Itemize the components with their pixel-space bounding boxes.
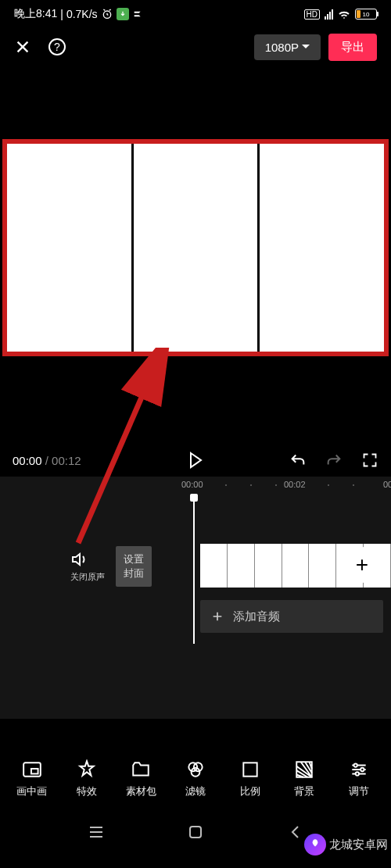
watermark-text: 龙城安卓网 bbox=[329, 838, 388, 852]
bottom-toolbar: 画中画 特效 素材包 滤镜 比例 背景 调节 bbox=[0, 752, 391, 806]
mute-button[interactable]: 关闭原声 bbox=[70, 551, 105, 583]
tool-filter[interactable]: 滤镜 bbox=[172, 759, 219, 798]
folder-icon bbox=[131, 759, 151, 780]
status-speed: 0.7K/s bbox=[66, 8, 98, 20]
battery-icon: 10 bbox=[355, 9, 377, 20]
status-time: 晚上8:41 bbox=[14, 7, 57, 21]
download-icon bbox=[117, 8, 129, 20]
dropdown-icon bbox=[302, 44, 310, 50]
tool-pip[interactable]: 画中画 bbox=[9, 759, 56, 798]
undo-button[interactable] bbox=[289, 452, 307, 469]
play-button[interactable] bbox=[188, 452, 203, 469]
redo-button[interactable] bbox=[325, 452, 343, 469]
playhead[interactable] bbox=[193, 495, 195, 644]
hd-icon: HD bbox=[304, 9, 320, 20]
ruler-tick-2: 00 bbox=[383, 480, 391, 489]
status-left: 晚上8:41 | 0.7K/s bbox=[14, 7, 145, 21]
svg-point-8 bbox=[354, 763, 357, 766]
help-button[interactable]: ? bbox=[48, 38, 66, 55]
preview-highlight-frame bbox=[2, 139, 389, 356]
watermark-logo-icon bbox=[304, 834, 326, 855]
header: ? 1080P 导出 bbox=[0, 28, 391, 66]
fullscreen-button[interactable] bbox=[361, 452, 378, 469]
nav-home[interactable] bbox=[186, 823, 205, 841]
mute-label: 关闭原声 bbox=[70, 571, 105, 583]
svg-point-9 bbox=[361, 768, 364, 771]
plus-icon bbox=[211, 610, 224, 623]
tool-effects[interactable]: 特效 bbox=[63, 759, 110, 798]
signal-icon bbox=[325, 9, 333, 20]
pip-icon bbox=[22, 759, 42, 780]
resolution-button[interactable]: 1080P bbox=[254, 34, 321, 60]
filter-icon bbox=[185, 759, 206, 780]
time-total: 00:12 bbox=[52, 454, 81, 467]
svg-point-4 bbox=[194, 763, 203, 771]
nav-back[interactable] bbox=[285, 823, 304, 841]
preview-area[interactable] bbox=[0, 139, 391, 356]
svg-rect-6 bbox=[243, 763, 256, 776]
tool-pack[interactable]: 素材包 bbox=[117, 759, 164, 798]
set-cover-button[interactable]: 设置 封面 bbox=[116, 546, 152, 587]
ruler-tick-0: 00:00 bbox=[181, 480, 203, 489]
status-bar: 晚上8:41 | 0.7K/s HD 10 bbox=[0, 0, 391, 28]
star-icon bbox=[77, 759, 97, 780]
alarm-icon bbox=[101, 8, 113, 20]
time-display: 00:00 / 00:12 bbox=[13, 454, 81, 467]
export-button[interactable]: 导出 bbox=[328, 34, 377, 61]
timeline[interactable]: 00:00 00:02 00 关闭原声 设置 封面 + 添加音频 bbox=[0, 477, 391, 719]
svg-rect-2 bbox=[31, 769, 38, 774]
watermark: 龙城安卓网 bbox=[304, 834, 388, 855]
adjust-icon bbox=[349, 759, 369, 780]
svg-point-5 bbox=[192, 768, 200, 777]
playback-controls: 00:00 / 00:12 bbox=[0, 441, 391, 480]
speaker-icon bbox=[70, 551, 105, 568]
add-audio-button[interactable]: 添加音频 bbox=[200, 600, 383, 633]
time-separator: / bbox=[45, 454, 52, 467]
ratio-icon bbox=[240, 759, 260, 780]
wifi-icon bbox=[338, 8, 350, 20]
status-right: HD 10 bbox=[304, 8, 377, 20]
svg-point-10 bbox=[356, 772, 359, 775]
status-sep: | bbox=[60, 8, 63, 20]
tool-bg[interactable]: 背景 bbox=[281, 759, 328, 798]
add-audio-label: 添加音频 bbox=[233, 609, 280, 624]
close-button[interactable] bbox=[14, 38, 31, 55]
add-clip-button[interactable]: + bbox=[344, 547, 380, 583]
capcut-icon bbox=[132, 8, 145, 20]
tool-ratio[interactable]: 比例 bbox=[227, 759, 274, 798]
svg-rect-11 bbox=[190, 827, 201, 838]
nav-menu[interactable] bbox=[87, 823, 106, 841]
tool-adjust[interactable]: 调节 bbox=[335, 759, 382, 798]
ruler-tick-1: 00:02 bbox=[284, 480, 306, 489]
bg-icon bbox=[294, 759, 314, 780]
time-current: 00:00 bbox=[13, 454, 42, 467]
resolution-label: 1080P bbox=[265, 41, 299, 54]
